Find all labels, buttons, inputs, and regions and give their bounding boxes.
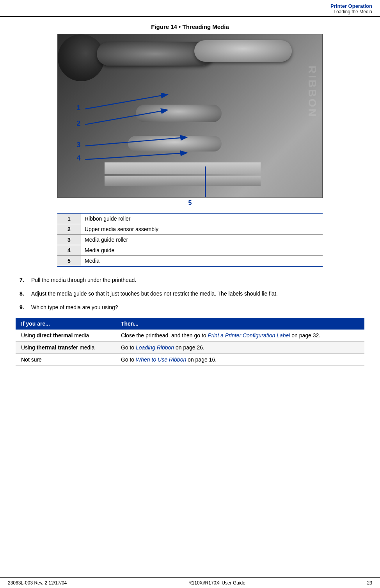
step-7-num: 7. [20,276,29,284]
parts-row: 1Ribbon guide roller [57,213,323,224]
parts-row: 2Upper media sensor assembly [57,224,323,235]
decision-col1-header: If you are... [16,318,115,330]
parts-row: 3Media guide roller [57,235,323,245]
part-num: 3 [57,235,81,245]
decision-condition: Using direct thermal media [16,330,115,342]
part-desc: Ribbon guide roller [81,213,323,224]
decision-table: If you are... Then... Using direct therm… [16,318,364,366]
step-9-num: 9. [20,303,29,312]
decision-condition: Using thermal transfer media [16,342,115,354]
label-2: 2 [76,119,80,127]
roller-mid [136,105,222,122]
footer-right: 23 [367,580,372,586]
step-8-text: Adjust the media guide so that it just t… [31,290,278,298]
step-7: 7. Pull the media through under the prin… [20,276,360,284]
plate-area2 [105,176,261,186]
roller-lower [128,136,222,151]
footer-center: R110Xi/R170Xi User Guide [188,580,245,586]
page-header: Printer Operation Loading the Media [0,0,380,17]
step-9: 9. Which type of media are you using? [20,303,360,312]
decision-row: Using thermal transfer mediaGo to Loadin… [16,342,364,354]
part-num: 1 [57,213,81,224]
label-3: 3 [76,141,80,149]
footer-left: 23063L-003 Rev. 2 12/17/04 [8,580,67,586]
figure-title: Figure 14 • Threading Media [16,23,364,30]
action-link[interactable]: Loading Ribbon [136,344,174,351]
arrow-4 [85,153,186,160]
figure-photo: RIBBON 1 2 3 4 [57,34,323,198]
label-1: 1 [76,104,80,112]
decision-col2-header: Then... [115,318,364,330]
main-content: Figure 14 • Threading Media RIBBON 1 2 3 [0,16,380,389]
label-5: 5 [57,200,323,207]
decision-row: Using direct thermal mediaClose the prin… [16,330,364,342]
roller-top2 [194,40,292,62]
plate-area [105,162,261,174]
page-footer: 23063L-003 Rev. 2 12/17/04 R110Xi/R170Xi… [0,577,380,588]
header-title: Printer Operation [0,3,372,9]
decision-action: Close the printhead, and then go to Prin… [115,330,364,342]
decision-action: Go to Loading Ribbon on page 26. [115,342,364,354]
action-link[interactable]: Print a Printer Configuration Label [208,332,290,339]
decision-condition: Not sure [16,354,115,366]
figure-container: RIBBON 1 2 3 4 [57,34,323,207]
header-subtitle: Loading the Media [0,9,372,14]
step-8-num: 8. [20,290,29,298]
part-num: 5 [57,256,81,267]
decision-action: Go to When to Use Ribbon on page 16. [115,354,364,366]
decision-row: Not sureGo to When to Use Ribbon on page… [16,354,364,366]
steps-section: 7. Pull the media through under the prin… [16,276,364,312]
step-8: 8. Adjust the media guide so that it jus… [20,290,360,298]
ribbon-watermark: RIBBON [306,66,318,118]
part-desc: Media guide roller [81,235,323,245]
parts-row: 5Media [57,256,323,267]
step-7-text: Pull the media through under the printhe… [31,276,136,284]
part-desc: Media [81,256,323,267]
part-desc: Upper media sensor assembly [81,224,323,235]
part-num: 4 [57,245,81,256]
parts-row: 4Media guide [57,245,323,256]
action-link[interactable]: When to Use Ribbon [136,356,186,363]
label-4: 4 [76,154,80,162]
step-9-text: Which type of media are you using? [31,303,118,312]
parts-table: 1Ribbon guide roller2Upper media sensor … [57,213,323,267]
part-num: 2 [57,224,81,235]
part-desc: Media guide [81,245,323,256]
